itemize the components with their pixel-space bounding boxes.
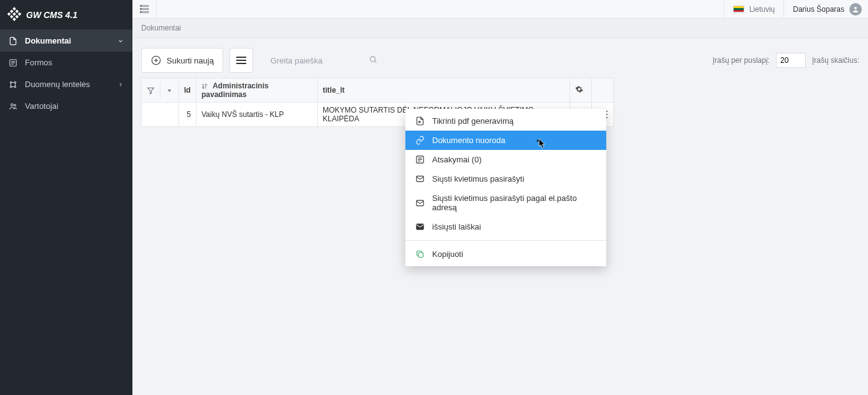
toolbar: Sukurti naują Įrašų per puslapį: Įrašų s… bbox=[132, 38, 868, 78]
per-page-label: Įrašų per puslapį: bbox=[713, 56, 770, 65]
gear-icon bbox=[575, 85, 583, 93]
ctx-label: Kopijuoti bbox=[432, 249, 463, 259]
breadcrumb: Dokumentai bbox=[132, 19, 868, 38]
svg-marker-20 bbox=[148, 88, 154, 94]
search-input[interactable] bbox=[264, 48, 382, 73]
language-selector[interactable]: Lietuvių bbox=[724, 0, 783, 18]
svg-point-6 bbox=[10, 86, 11, 87]
sort-icon bbox=[201, 83, 208, 90]
pdf-icon bbox=[415, 116, 425, 126]
search-wrap bbox=[264, 48, 382, 73]
caret-down-icon bbox=[167, 88, 172, 93]
col-settings[interactable] bbox=[570, 78, 592, 103]
ctx-separator bbox=[405, 240, 606, 241]
col-menu bbox=[592, 78, 614, 103]
document-icon bbox=[9, 37, 17, 45]
envelope-icon bbox=[415, 198, 425, 208]
ctx-check-pdf[interactable]: Tikrinti pdf generavimą bbox=[405, 111, 606, 131]
svg-point-12 bbox=[11, 103, 14, 106]
sidebar-item-documents[interactable]: Dokumentai bbox=[0, 30, 132, 52]
context-menu: Tikrinti pdf generavimą Dokumento nuorod… bbox=[405, 109, 606, 266]
col-admin-label: Administracinis pavadinimas bbox=[201, 81, 269, 99]
sidebar-item-users[interactable]: Vartotojai bbox=[0, 95, 132, 117]
cell-admin: Vaikų NVŠ sutartis - KLP bbox=[196, 103, 318, 127]
count-label: Įrašų skaičius: bbox=[812, 56, 859, 65]
ctx-copy[interactable]: Kopijuoti bbox=[405, 244, 606, 264]
breadcrumb-label: Dokumentai bbox=[141, 24, 181, 32]
list-box-icon bbox=[415, 155, 425, 164]
sidebar-item-label: Dokumentai bbox=[25, 36, 71, 45]
filter-button[interactable] bbox=[142, 81, 160, 99]
menu-button[interactable] bbox=[229, 48, 253, 73]
form-icon bbox=[9, 58, 17, 67]
ctx-label: Dokumento nuoroda bbox=[432, 136, 506, 145]
svg-point-18 bbox=[370, 57, 375, 62]
filter-dropdown-button[interactable] bbox=[160, 81, 178, 99]
sidebar-nav: Dokumentai Formos Duomenų lentelės Varto… bbox=[0, 30, 132, 117]
envelope-icon bbox=[415, 174, 425, 184]
ctx-document-link[interactable]: Dokumento nuoroda bbox=[405, 131, 606, 150]
ctx-label: išsiųsti laiškai bbox=[432, 222, 481, 231]
envelope-solid-icon bbox=[415, 222, 425, 231]
svg-point-13 bbox=[14, 104, 16, 106]
svg-point-4 bbox=[10, 81, 11, 83]
ctx-send-invites-email[interactable]: Siųsti kvietimus pasirašyti pagal el.paš… bbox=[405, 188, 606, 217]
topbar: Lietuvių Darius Šoparas bbox=[132, 0, 868, 19]
chevron-right-icon bbox=[118, 81, 124, 88]
search-icon bbox=[369, 55, 377, 66]
sidebar-item-label: Formos bbox=[25, 58, 52, 67]
create-new-label: Sukurti naują bbox=[167, 56, 214, 65]
brand: GW CMS 4.1 bbox=[0, 0, 132, 30]
ctx-sent-emails[interactable]: išsiųsti laiškai bbox=[405, 217, 606, 236]
collapse-icon bbox=[140, 5, 149, 13]
language-label: Lietuvių bbox=[749, 5, 775, 14]
avatar-icon bbox=[849, 3, 862, 16]
col-title[interactable]: title_lt bbox=[317, 78, 570, 103]
svg-point-5 bbox=[14, 81, 16, 83]
create-new-button[interactable]: Sukurti naują bbox=[141, 48, 223, 73]
col-id[interactable]: Id bbox=[179, 78, 196, 103]
database-icon bbox=[9, 80, 17, 89]
svg-rect-34 bbox=[418, 253, 423, 258]
flag-lt-icon bbox=[733, 6, 744, 13]
col-admin-name[interactable]: Administracinis pavadinimas bbox=[196, 78, 318, 103]
svg-line-19 bbox=[375, 61, 377, 63]
sidebar: GW CMS 4.1 Dokumentai Formos Duomenų len… bbox=[0, 0, 132, 395]
funnel-icon bbox=[147, 86, 155, 95]
topbar-collapse-button[interactable] bbox=[132, 0, 157, 18]
hamburger-icon bbox=[236, 57, 246, 64]
svg-point-7 bbox=[14, 86, 16, 87]
ctx-label: Atsakymai (0) bbox=[432, 155, 481, 164]
ctx-answers[interactable]: Atsakymai (0) bbox=[405, 150, 606, 169]
sidebar-item-label: Duomenų lentelės bbox=[25, 80, 90, 89]
sidebar-item-data-tables[interactable]: Duomenų lentelės bbox=[0, 73, 132, 95]
ctx-label: Tikrinti pdf generavimą bbox=[432, 116, 514, 126]
svg-point-14 bbox=[854, 7, 857, 9]
per-page-input[interactable] bbox=[776, 53, 806, 68]
plus-circle-icon bbox=[150, 55, 162, 66]
ctx-label: Siųsti kvietimus pasirašyti bbox=[432, 174, 524, 184]
user-name: Darius Šoparas bbox=[793, 5, 844, 14]
svg-marker-21 bbox=[168, 90, 172, 92]
logo-icon bbox=[6, 7, 22, 22]
cell-id: 5 bbox=[179, 103, 196, 127]
brand-title: GW CMS 4.1 bbox=[26, 10, 77, 20]
sidebar-item-label: Vartotojai bbox=[25, 101, 58, 111]
ctx-send-invites[interactable]: Siųsti kvietimus pasirašyti bbox=[405, 169, 606, 188]
filter-header bbox=[142, 78, 179, 103]
users-icon bbox=[9, 102, 17, 111]
ctx-label: Siųsti kvietimus pasirašyti pagal el.paš… bbox=[432, 193, 596, 212]
link-icon bbox=[415, 136, 425, 145]
sidebar-item-forms[interactable]: Formos bbox=[0, 52, 132, 73]
chevron-down-icon bbox=[118, 38, 124, 44]
copy-icon bbox=[415, 249, 425, 259]
user-menu[interactable]: Darius Šoparas bbox=[783, 0, 868, 18]
